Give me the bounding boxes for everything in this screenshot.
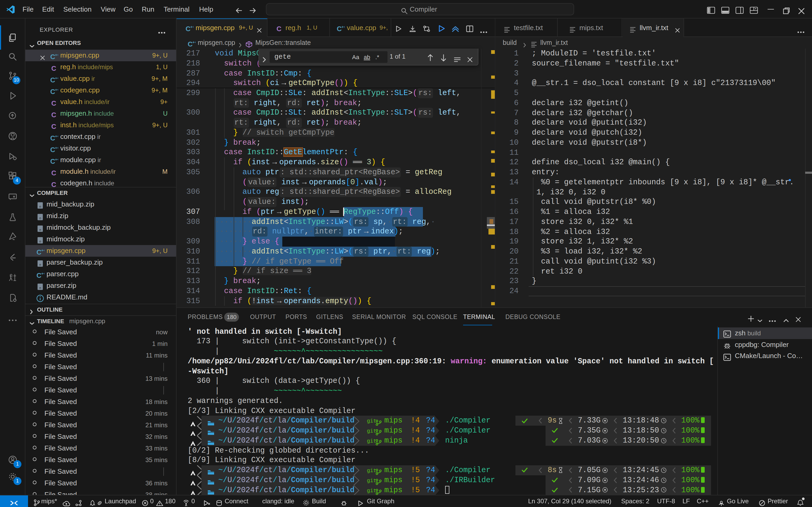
svg-text:C: C [276,25,282,33]
svg-text:C: C [50,76,55,84]
svg-text:++: ++ [342,25,345,29]
svg-text:C: C [186,25,191,33]
svg-text:++: ++ [55,53,58,57]
svg-text:C: C [51,122,56,130]
svg-text:C: C [37,248,42,256]
svg-text:C: C [50,88,55,96]
svg-text:++: ++ [192,40,196,44]
svg-text:C: C [188,40,193,48]
svg-text:C: C [50,53,55,61]
svg-text:C: C [51,169,56,177]
svg-text:++: ++ [190,25,194,29]
svg-text:++: ++ [55,157,58,162]
svg-text:++: ++ [55,134,58,138]
svg-text:++: ++ [55,88,58,92]
svg-text:++: ++ [55,146,58,150]
svg-text:C: C [51,99,56,107]
svg-text:C: C [51,111,56,119]
svg-text:C: C [37,272,42,279]
svg-text:++: ++ [41,272,44,276]
svg-text:++: ++ [55,76,58,80]
svg-text:C: C [51,64,56,72]
svg-text:C: C [50,134,55,142]
svg-text:C: C [50,157,55,165]
svg-text:C: C [50,146,55,154]
svg-text:C: C [337,25,342,33]
svg-text:++: ++ [41,248,44,252]
